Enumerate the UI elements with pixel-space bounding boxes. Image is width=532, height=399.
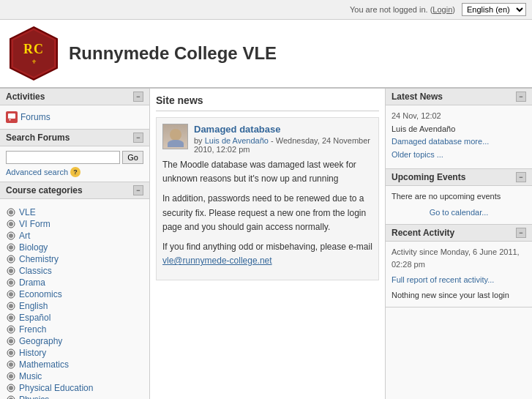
latest-news-toggle[interactable]: − xyxy=(516,92,526,102)
no-events-text: There are no upcoming events xyxy=(391,190,526,204)
news-title: Damaged database xyxy=(194,124,372,135)
search-forums-header: Search Forums − xyxy=(0,130,149,146)
news-body: The Moodle database was damaged last wee… xyxy=(162,158,372,268)
category-link[interactable]: French xyxy=(19,324,46,335)
main-content: Site news Damaged database by Luis de Av… xyxy=(150,89,386,399)
category-link[interactable]: Classics xyxy=(19,266,52,276)
header: RC ⚜ Runnymede College VLE xyxy=(0,20,532,89)
latest-news-label: Latest News xyxy=(391,92,443,102)
news-author-link[interactable]: Luis de Avendaño xyxy=(205,136,269,145)
list-item: French xyxy=(6,324,143,335)
latest-news-entry: 24 Nov, 12:02 Luis de Avendaño Damaged d… xyxy=(391,110,526,161)
calendar-link[interactable]: Go to calendar... xyxy=(391,206,526,220)
category-icon xyxy=(6,371,16,381)
go-button[interactable]: Go xyxy=(122,151,143,164)
full-report-link[interactable]: Full report of recent activity... xyxy=(391,275,494,284)
upcoming-events-toggle[interactable]: − xyxy=(516,172,526,182)
latest-news-author: Luis de Avendaño xyxy=(391,123,526,136)
activities-toggle[interactable]: − xyxy=(133,92,143,102)
help-icon: ? xyxy=(70,167,80,177)
login-link[interactable]: Login xyxy=(432,5,452,14)
activities-content: Forums xyxy=(0,105,149,129)
upcoming-events-content: There are no upcoming events Go to calen… xyxy=(386,186,532,223)
search-input[interactable] xyxy=(6,151,120,164)
older-topics-link[interactable]: Older topics ... xyxy=(391,150,443,159)
course-categories-label: Course categories xyxy=(6,185,83,195)
search-forums-label: Search Forums xyxy=(6,133,70,143)
svg-point-26 xyxy=(9,316,13,320)
left-sidebar: Activities − Forums Search Forums − xyxy=(0,89,150,399)
category-icon xyxy=(6,266,16,276)
course-categories-content: VLEVI FormArtBiologyChemistryClassicsDra… xyxy=(0,199,149,399)
list-item: Mathematics xyxy=(6,359,143,370)
list-item: English xyxy=(6,300,143,312)
site-title: Runnymede College VLE xyxy=(69,43,277,64)
category-icon xyxy=(6,254,16,264)
damaged-db-link[interactable]: Damaged database more... xyxy=(391,137,489,146)
advanced-search-label: Advanced search xyxy=(6,168,68,176)
category-link[interactable]: Biology xyxy=(19,242,48,253)
avatar xyxy=(162,124,188,149)
category-link[interactable]: History xyxy=(19,348,46,358)
category-link[interactable]: Physics xyxy=(19,395,49,399)
recent-activity-toggle[interactable]: − xyxy=(516,228,526,238)
news-para2: In addition, passwords need to be renewe… xyxy=(162,192,372,234)
forum-item: Forums xyxy=(6,110,143,124)
latest-news-date: 24 Nov, 12:02 xyxy=(391,110,526,123)
category-icon xyxy=(6,301,16,311)
svg-point-38 xyxy=(9,386,13,390)
list-item: Art xyxy=(6,230,143,242)
list-item: Drama xyxy=(6,277,143,288)
svg-marker-6 xyxy=(9,119,11,121)
category-link[interactable]: Music xyxy=(19,371,42,381)
svg-point-10 xyxy=(9,222,13,226)
list-item: Physics xyxy=(6,394,143,399)
search-forums-toggle[interactable]: − xyxy=(133,133,143,143)
forums-link[interactable]: Forums xyxy=(20,112,50,122)
news-meta: by Luis de Avendaño - Wednesday, 24 Nove… xyxy=(194,136,372,154)
latest-news-content: 24 Nov, 12:02 Luis de Avendaño Damaged d… xyxy=(386,105,532,168)
category-link[interactable]: VLE xyxy=(19,207,36,217)
category-link[interactable]: Economics xyxy=(19,289,62,299)
course-categories-block: Course categories − VLEVI FormArtBiology… xyxy=(0,182,149,399)
list-item: Biology xyxy=(6,242,143,253)
list-item: Music xyxy=(6,370,143,382)
recent-activity-label: Recent Activity xyxy=(391,228,454,238)
recent-activity-header: Recent Activity − xyxy=(386,225,532,242)
recent-activity-content: Activity since Monday, 6 June 2011, 02:2… xyxy=(386,242,532,307)
activities-header: Activities − xyxy=(0,89,149,105)
category-icon xyxy=(6,289,16,299)
category-link[interactable]: English xyxy=(19,301,48,311)
search-input-row: Go xyxy=(6,151,143,164)
latest-news-block: Latest News − 24 Nov, 12:02 Luis de Aven… xyxy=(386,89,532,169)
list-item: History xyxy=(6,347,143,359)
category-link[interactable]: Art xyxy=(19,231,30,241)
category-link[interactable]: Chemistry xyxy=(19,254,59,264)
category-icon xyxy=(6,219,16,229)
login-close: ) xyxy=(452,5,455,14)
category-link[interactable]: Drama xyxy=(19,277,45,288)
advanced-search-link[interactable]: Advanced search ? xyxy=(6,167,143,177)
language-select[interactable]: English (en) Español (es) Français (fr) xyxy=(462,3,526,16)
category-link[interactable]: Geography xyxy=(19,336,62,346)
svg-text:⚜: ⚜ xyxy=(31,59,37,65)
svg-point-16 xyxy=(9,257,13,261)
list-item: Chemistry xyxy=(6,253,143,265)
login-status-text: You are not logged in. ( xyxy=(350,5,432,14)
latest-news-header: Latest News − xyxy=(386,89,532,105)
category-icon xyxy=(6,383,16,393)
news-item-header: Damaged database by Luis de Avendaño - W… xyxy=(162,124,372,154)
upcoming-events-block: Upcoming Events − There are no upcoming … xyxy=(386,169,532,224)
email-link[interactable]: vle@runnymede-college.net xyxy=(162,256,272,266)
category-link[interactable]: Mathematics xyxy=(19,359,69,370)
list-item: VI Form xyxy=(6,218,143,230)
category-icon xyxy=(6,324,16,335)
site-logo: RC ⚜ xyxy=(9,26,59,81)
category-link[interactable]: Español xyxy=(19,313,50,323)
category-link[interactable]: VI Form xyxy=(19,219,50,229)
recent-activity-block: Recent Activity − Activity since Monday,… xyxy=(386,225,532,307)
category-icon xyxy=(6,348,16,358)
course-categories-toggle[interactable]: − xyxy=(133,185,143,195)
category-link[interactable]: Physical Education xyxy=(19,383,93,393)
upcoming-events-label: Upcoming Events xyxy=(391,172,465,182)
